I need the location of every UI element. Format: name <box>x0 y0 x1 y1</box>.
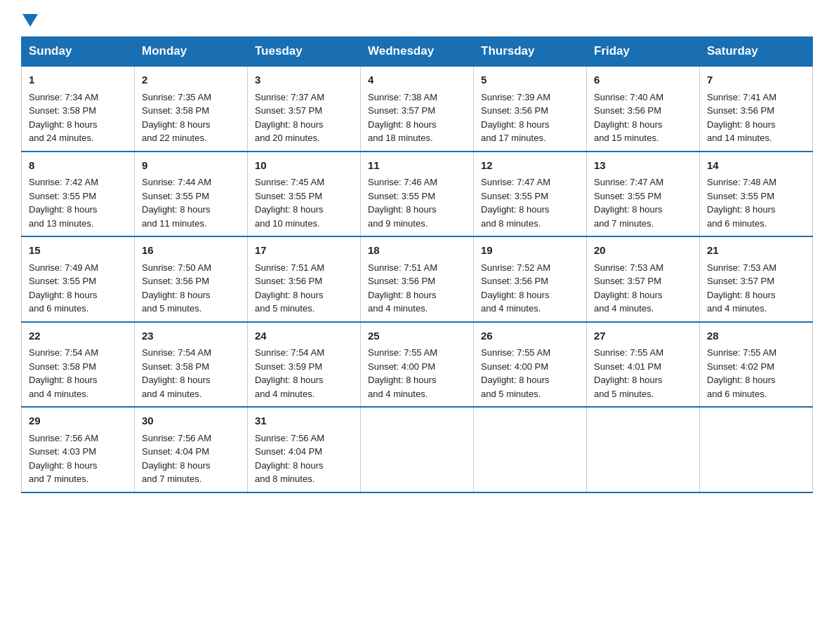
day-info: Sunrise: 7:52 AM Sunset: 3:56 PM Dayligh… <box>481 261 579 316</box>
weekday-header-friday: Friday <box>587 37 700 67</box>
calendar-cell <box>587 407 700 492</box>
calendar-cell: 10 Sunrise: 7:45 AM Sunset: 3:55 PM Dayl… <box>248 152 361 237</box>
calendar-cell: 11 Sunrise: 7:46 AM Sunset: 3:55 PM Dayl… <box>361 152 474 237</box>
day-number: 3 <box>255 72 353 88</box>
day-number: 14 <box>707 158 805 174</box>
calendar-cell: 4 Sunrise: 7:38 AM Sunset: 3:57 PM Dayli… <box>361 66 474 152</box>
day-info: Sunrise: 7:55 AM Sunset: 4:00 PM Dayligh… <box>481 346 579 401</box>
day-number: 4 <box>368 72 466 88</box>
calendar-table: SundayMondayTuesdayWednesdayThursdayFrid… <box>21 36 813 493</box>
day-info: Sunrise: 7:54 AM Sunset: 3:58 PM Dayligh… <box>142 346 240 401</box>
calendar-cell: 21 Sunrise: 7:53 AM Sunset: 3:57 PM Dayl… <box>700 236 813 322</box>
day-number: 11 <box>368 158 466 174</box>
day-number: 7 <box>707 72 805 88</box>
day-number: 5 <box>481 72 579 88</box>
day-info: Sunrise: 7:53 AM Sunset: 3:57 PM Dayligh… <box>707 261 805 316</box>
day-number: 29 <box>29 413 127 429</box>
day-number: 1 <box>29 72 127 88</box>
day-info: Sunrise: 7:46 AM Sunset: 3:55 PM Dayligh… <box>368 175 466 230</box>
calendar-cell: 18 Sunrise: 7:51 AM Sunset: 3:56 PM Dayl… <box>361 236 474 322</box>
day-info: Sunrise: 7:44 AM Sunset: 3:55 PM Dayligh… <box>142 175 240 230</box>
day-info: Sunrise: 7:39 AM Sunset: 3:56 PM Dayligh… <box>481 90 579 145</box>
day-number: 28 <box>707 328 805 344</box>
day-number: 25 <box>368 328 466 344</box>
calendar-cell: 15 Sunrise: 7:49 AM Sunset: 3:55 PM Dayl… <box>22 236 135 322</box>
calendar-cell: 26 Sunrise: 7:55 AM Sunset: 4:00 PM Dayl… <box>474 322 587 408</box>
day-number: 2 <box>142 72 240 88</box>
calendar-cell <box>474 407 587 492</box>
day-number: 18 <box>368 243 466 259</box>
calendar-cell: 30 Sunrise: 7:56 AM Sunset: 4:04 PM Dayl… <box>135 407 248 492</box>
day-info: Sunrise: 7:47 AM Sunset: 3:55 PM Dayligh… <box>481 175 579 230</box>
calendar-cell: 1 Sunrise: 7:34 AM Sunset: 3:58 PM Dayli… <box>22 66 135 152</box>
day-info: Sunrise: 7:54 AM Sunset: 3:59 PM Dayligh… <box>255 346 353 401</box>
day-number: 19 <box>481 243 579 259</box>
calendar-cell: 24 Sunrise: 7:54 AM Sunset: 3:59 PM Dayl… <box>248 322 361 408</box>
day-info: Sunrise: 7:47 AM Sunset: 3:55 PM Dayligh… <box>594 175 692 230</box>
day-info: Sunrise: 7:56 AM Sunset: 4:04 PM Dayligh… <box>255 431 353 486</box>
calendar-cell: 9 Sunrise: 7:44 AM Sunset: 3:55 PM Dayli… <box>135 152 248 237</box>
weekday-header-wednesday: Wednesday <box>361 37 474 67</box>
day-number: 8 <box>29 158 127 174</box>
calendar-week-row: 29 Sunrise: 7:56 AM Sunset: 4:03 PM Dayl… <box>22 407 813 492</box>
day-info: Sunrise: 7:38 AM Sunset: 3:57 PM Dayligh… <box>368 90 466 145</box>
calendar-header-row: SundayMondayTuesdayWednesdayThursdayFrid… <box>22 37 813 67</box>
calendar-cell: 3 Sunrise: 7:37 AM Sunset: 3:57 PM Dayli… <box>248 66 361 152</box>
calendar-cell: 19 Sunrise: 7:52 AM Sunset: 3:56 PM Dayl… <box>474 236 587 322</box>
day-info: Sunrise: 7:56 AM Sunset: 4:03 PM Dayligh… <box>29 431 127 486</box>
day-number: 15 <box>29 243 127 259</box>
day-number: 27 <box>594 328 692 344</box>
day-number: 17 <box>255 243 353 259</box>
day-info: Sunrise: 7:51 AM Sunset: 3:56 PM Dayligh… <box>255 261 353 316</box>
day-info: Sunrise: 7:41 AM Sunset: 3:56 PM Dayligh… <box>707 90 805 145</box>
day-number: 31 <box>255 413 353 429</box>
day-number: 16 <box>142 243 240 259</box>
day-info: Sunrise: 7:37 AM Sunset: 3:57 PM Dayligh… <box>255 90 353 145</box>
day-number: 10 <box>255 158 353 174</box>
day-info: Sunrise: 7:50 AM Sunset: 3:56 PM Dayligh… <box>142 261 240 316</box>
weekday-header-sunday: Sunday <box>22 37 135 67</box>
day-info: Sunrise: 7:56 AM Sunset: 4:04 PM Dayligh… <box>142 431 240 486</box>
logo-triangle-icon <box>22 14 38 27</box>
day-info: Sunrise: 7:34 AM Sunset: 3:58 PM Dayligh… <box>29 90 127 145</box>
calendar-cell: 14 Sunrise: 7:48 AM Sunset: 3:55 PM Dayl… <box>700 152 813 237</box>
day-info: Sunrise: 7:51 AM Sunset: 3:56 PM Dayligh… <box>368 261 466 316</box>
weekday-header-tuesday: Tuesday <box>248 37 361 67</box>
calendar-week-row: 8 Sunrise: 7:42 AM Sunset: 3:55 PM Dayli… <box>22 152 813 237</box>
day-number: 24 <box>255 328 353 344</box>
calendar-cell: 6 Sunrise: 7:40 AM Sunset: 3:56 PM Dayli… <box>587 66 700 152</box>
day-info: Sunrise: 7:48 AM Sunset: 3:55 PM Dayligh… <box>707 175 805 230</box>
calendar-cell: 13 Sunrise: 7:47 AM Sunset: 3:55 PM Dayl… <box>587 152 700 237</box>
day-info: Sunrise: 7:40 AM Sunset: 3:56 PM Dayligh… <box>594 90 692 145</box>
day-number: 26 <box>481 328 579 344</box>
day-number: 20 <box>594 243 692 259</box>
page-header <box>21 14 813 24</box>
day-number: 23 <box>142 328 240 344</box>
weekday-header-saturday: Saturday <box>700 37 813 67</box>
day-number: 9 <box>142 158 240 174</box>
calendar-cell: 31 Sunrise: 7:56 AM Sunset: 4:04 PM Dayl… <box>248 407 361 492</box>
day-info: Sunrise: 7:53 AM Sunset: 3:57 PM Dayligh… <box>594 261 692 316</box>
day-info: Sunrise: 7:55 AM Sunset: 4:01 PM Dayligh… <box>594 346 692 401</box>
weekday-header-monday: Monday <box>135 37 248 67</box>
day-number: 6 <box>594 72 692 88</box>
calendar-cell: 29 Sunrise: 7:56 AM Sunset: 4:03 PM Dayl… <box>22 407 135 492</box>
svg-marker-0 <box>22 14 38 27</box>
day-number: 13 <box>594 158 692 174</box>
day-info: Sunrise: 7:49 AM Sunset: 3:55 PM Dayligh… <box>29 261 127 316</box>
calendar-week-row: 15 Sunrise: 7:49 AM Sunset: 3:55 PM Dayl… <box>22 236 813 322</box>
day-info: Sunrise: 7:42 AM Sunset: 3:55 PM Dayligh… <box>29 175 127 230</box>
day-info: Sunrise: 7:55 AM Sunset: 4:00 PM Dayligh… <box>368 346 466 401</box>
calendar-cell: 2 Sunrise: 7:35 AM Sunset: 3:58 PM Dayli… <box>135 66 248 152</box>
day-number: 30 <box>142 413 240 429</box>
calendar-cell: 17 Sunrise: 7:51 AM Sunset: 3:56 PM Dayl… <box>248 236 361 322</box>
day-info: Sunrise: 7:55 AM Sunset: 4:02 PM Dayligh… <box>707 346 805 401</box>
calendar-cell <box>361 407 474 492</box>
logo-arrow-shape <box>22 14 38 27</box>
calendar-cell: 23 Sunrise: 7:54 AM Sunset: 3:58 PM Dayl… <box>135 322 248 408</box>
calendar-cell: 16 Sunrise: 7:50 AM Sunset: 3:56 PM Dayl… <box>135 236 248 322</box>
logo <box>21 14 39 24</box>
calendar-cell: 7 Sunrise: 7:41 AM Sunset: 3:56 PM Dayli… <box>700 66 813 152</box>
calendar-cell: 8 Sunrise: 7:42 AM Sunset: 3:55 PM Dayli… <box>22 152 135 237</box>
calendar-cell: 12 Sunrise: 7:47 AM Sunset: 3:55 PM Dayl… <box>474 152 587 237</box>
